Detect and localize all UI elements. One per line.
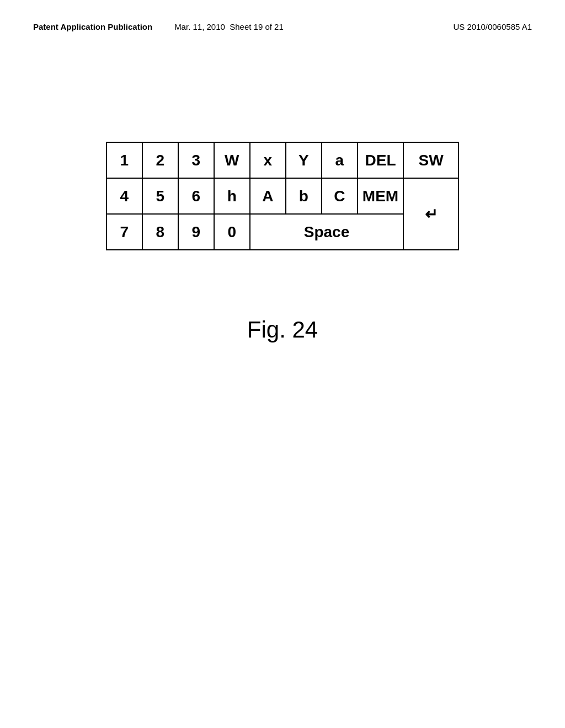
key-A: A [250,178,286,214]
key-b: b [286,178,322,214]
patent-number: US 2010/0060585 A1 [453,22,532,31]
publication-date: Mar. 11, 2010 Sheet 19 of 21 [174,22,284,31]
key-a: a [322,142,358,178]
key-4: 4 [106,178,142,214]
key-SW: SW [403,142,459,178]
key-Y: Y [286,142,322,178]
key-enter: ↵ [403,178,459,250]
key-C: C [322,178,358,214]
keyboard-row-1: 1 2 3 W x Y a DEL SW [106,142,459,178]
key-0: 0 [214,214,250,250]
key-x: x [250,142,286,178]
key-9: 9 [178,214,214,250]
key-h: h [214,178,250,214]
key-1: 1 [106,142,142,178]
page: Patent Application Publication Mar. 11, … [0,0,565,728]
key-7: 7 [106,214,142,250]
key-3: 3 [178,142,214,178]
patent-title: Patent Application Publication [33,22,152,31]
header: Patent Application Publication Mar. 11, … [33,22,532,31]
main-content: 1 2 3 W x Y a DEL SW 4 5 6 h A b [33,142,532,343]
key-W: W [214,142,250,178]
key-space: Space [250,214,403,250]
key-6: 6 [178,178,214,214]
key-MEM: MEM [358,178,403,214]
key-8: 8 [142,214,178,250]
key-DEL: DEL [358,142,403,178]
keyboard-diagram: 1 2 3 W x Y a DEL SW 4 5 6 h A b [106,142,459,250]
key-5: 5 [142,178,178,214]
figure-label: Fig. 24 [247,317,318,343]
key-2: 2 [142,142,178,178]
keyboard-row-2: 4 5 6 h A b C MEM ↵ [106,178,459,214]
